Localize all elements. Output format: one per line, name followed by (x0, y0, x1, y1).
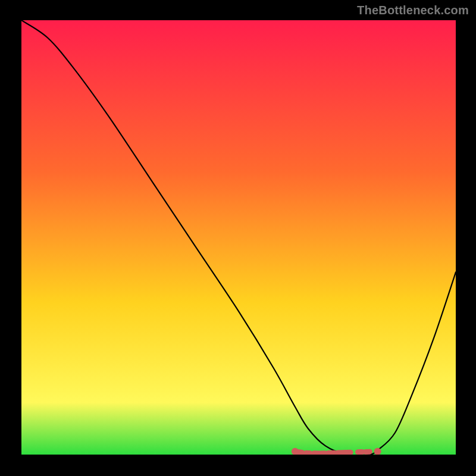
chart-svg (21, 20, 456, 455)
watermark-label: TheBottleneck.com (357, 4, 469, 17)
chart-stage: TheBottleneck.com (0, 0, 476, 476)
plot-area (21, 20, 456, 455)
